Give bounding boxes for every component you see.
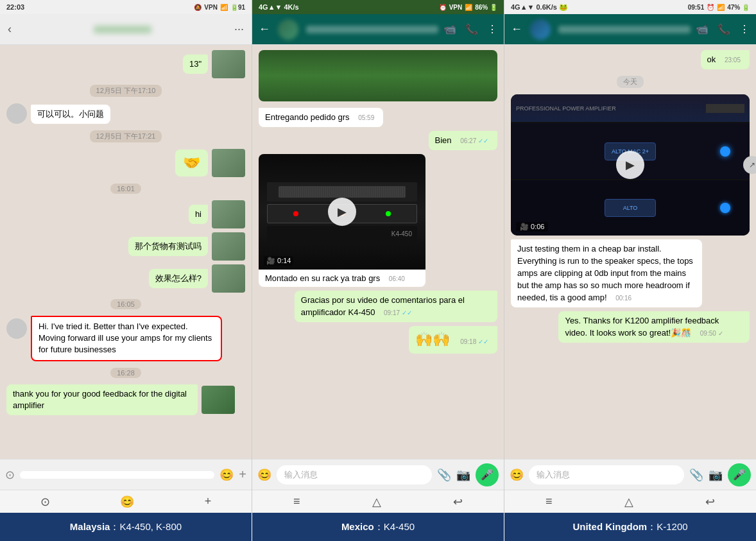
video-call-icon[interactable]: 📹 — [443, 23, 456, 35]
attach-icon-mexico[interactable]: 📎 — [437, 468, 451, 482]
play-btn-uk[interactable]: ▶ — [616, 151, 644, 179]
msg-row-handshake: 🤝 — [6, 149, 245, 177]
msg-row-received-1: 可以可以。小问题 — [6, 103, 245, 124]
eq-pattern — [279, 186, 406, 198]
signal-uk: 4G▲▼ 0.6K/s 🐸 — [511, 3, 568, 12]
input-bar-uk: 😊 输入消息 📎 📷 🎤 — [504, 459, 756, 490]
msg-bubble-thanks-uk: Yes. Thanks for K1200 amplifier feedback… — [558, 311, 750, 342]
amp-label-1: PROFESSIONAL POWER AMPLIFIER — [516, 105, 616, 112]
nav-back-icon[interactable]: ↩ — [453, 495, 463, 509]
battery-uk: 47% 🔋 — [727, 4, 750, 11]
header-icons-uk: 📹 📞 ⋮ — [696, 23, 750, 35]
msg-bubble-entregando: Entregando pedido grs 05:59 — [259, 108, 383, 127]
panels-container: 22:03 🔕 VPN 📶 🔋91 ‹ ··· 13" — [0, 0, 756, 513]
back-icon-uk[interactable]: ← — [511, 22, 522, 36]
amp-label: K4-450 — [267, 226, 417, 242]
cam-icon-uk[interactable]: 📷 — [709, 468, 723, 482]
contact-name-blurred — [94, 26, 151, 33]
nav-bar-malaysia: ⊙ 😊 + — [0, 490, 252, 513]
forward-icon-uk[interactable]: ↗ — [743, 156, 756, 174]
nav-menu-icon[interactable]: ≡ — [293, 495, 300, 508]
country-mexico: Mexico — [341, 521, 374, 532]
nav-home-icon-uk[interactable]: △ — [624, 495, 633, 509]
msg-bubble-received-1: 可以可以。小问题 — [31, 105, 110, 124]
panel-mexico: 4G▲▼ 4K/s ⏰ VPN 📶 86% 🔋 ← 📹 📞 ⋮ — [252, 0, 504, 513]
vent-1 — [706, 104, 744, 113]
media-thumb-thankyou — [202, 386, 235, 414]
call-icon[interactable]: 📞 — [465, 23, 478, 35]
battery-mexico: 86% 🔋 — [475, 4, 497, 11]
mic-btn-uk[interactable]: 🎤 — [728, 463, 751, 486]
time-video-mexico: 06:40 — [386, 275, 408, 282]
nav-add-icon[interactable]: + — [205, 495, 212, 508]
msg-row-entregando: Entregando pedido grs 05:59 — [259, 108, 497, 127]
msg-bubble-testing: Just testing them in a cheap bar install… — [511, 239, 702, 307]
msg-row-thankyou: thank you for your good feedback for the… — [6, 384, 245, 415]
msg-content-1: 13" — [183, 50, 245, 78]
msg-row-gracias: Gracias por su video de comentarios para… — [259, 291, 497, 322]
chat-body-mexico[interactable]: Entregando pedido grs 05:59 Bien 06:27 ✓… — [252, 45, 504, 459]
msg-with-avatar-feedback: Hi. I've tried it. Better than I've expe… — [6, 316, 245, 361]
country-uk: United Kingdom — [572, 521, 647, 532]
input-field-uk[interactable]: 输入消息 — [529, 465, 684, 485]
add-icon-malaysia[interactable]: + — [239, 467, 246, 482]
back-icon-mexico[interactable]: ← — [259, 22, 270, 36]
whatsapp-header-uk: ← 📹 📞 ⋮ — [504, 14, 756, 45]
msg-row-thanks-uk: Yes. Thanks for K1200 amplifier feedback… — [511, 311, 750, 342]
blue-power-led-2 — [720, 203, 730, 213]
attach-icon-uk[interactable]: 📎 — [689, 468, 703, 482]
time-uk: 09:51 — [688, 4, 705, 11]
vpn-icon: 🔕 — [194, 4, 202, 11]
time-bien: 06:27 ✓✓ — [458, 137, 491, 144]
input-field-malaysia[interactable] — [20, 471, 214, 479]
nav-emoji-icon[interactable]: 😊 — [120, 495, 134, 509]
msg-row-feedback: Hi. I've tried it. Better than I've expe… — [6, 316, 245, 361]
nav-bar-uk: ≡ △ ↩ — [504, 490, 756, 513]
chat-body-uk[interactable]: ok 23:05 今天 PROFESSIONAL POWER AMPLIFIER — [504, 45, 756, 459]
msg-bubble-bien: Bien 06:27 ✓✓ — [429, 131, 497, 150]
chat-body-malaysia[interactable]: 13" 12月5日 下午17:10 可以可以。小问题 12月5日 下午17:21… — [0, 45, 252, 459]
more-icon-uk[interactable]: ⋮ — [739, 23, 750, 35]
signal-icon: 📶 — [220, 4, 228, 11]
mic-btn-mexico[interactable]: 🎤 — [476, 463, 499, 486]
msg-row-clap: 🙌🙌 09:18 ✓✓ — [259, 326, 497, 354]
amp-row-1: PROFESSIONAL POWER AMPLIFIER — [511, 94, 750, 122]
panel-uk: 4G▲▼ 0.6K/s 🐸 09:51 ⏰ 📶 47% 🔋 ← 📹 📞 ⋮ — [504, 0, 756, 513]
more-icon-mexico[interactable]: ⋮ — [487, 23, 497, 35]
msg-bubble-effect: 效果怎么样? — [149, 269, 208, 288]
today-divider-uk: 今天 — [617, 76, 644, 88]
alarm-icon-mexico: ⏰ — [439, 4, 447, 11]
emoji-icon-mexico[interactable]: 😊 — [257, 468, 271, 482]
wifi-icon-mexico: 📶 — [465, 4, 472, 11]
more-icon[interactable]: ··· — [234, 22, 244, 36]
avatar-uk — [530, 19, 551, 40]
cam-icon-mexico[interactable]: 📷 — [456, 468, 470, 482]
video-duration-uk: 🎥 0:06 — [516, 222, 548, 232]
msg-row-testing: Just testing them in a cheap bar install… — [511, 239, 750, 307]
emoji-icon-malaysia[interactable]: ⊙ — [5, 468, 15, 482]
msg-bubble-ok: ok 23:05 — [701, 50, 750, 69]
msg-row-video-mexico: K4-450 ▶ 🎥 0:14 Montado en su rack ya tr… — [259, 154, 497, 287]
products-uk: K-1200 — [657, 521, 687, 532]
msg-row-video-uk: PROFESSIONAL POWER AMPLIFIER ALTO MAC 2+… — [511, 94, 750, 236]
nav-home-icon[interactable]: ⊙ — [40, 495, 50, 509]
emoji-icon-uk[interactable]: 😊 — [510, 468, 524, 482]
input-field-mexico[interactable]: 输入消息 — [277, 465, 432, 485]
battery-icon: 🔋91 — [230, 4, 245, 11]
video-thumb-mexico[interactable]: K4-450 ▶ 🎥 0:14 — [259, 154, 425, 270]
alarm-icon-uk: ⏰ — [707, 4, 714, 11]
media-thumb-handshake — [212, 149, 245, 177]
label-uk: United Kingdom：K-1200 — [504, 513, 756, 541]
nav-menu-icon-uk[interactable]: ≡ — [546, 495, 553, 508]
panel-malaysia: 22:03 🔕 VPN 📶 🔋91 ‹ ··· 13" — [0, 0, 252, 513]
video-duration-mexico: 🎥 0:14 — [264, 256, 293, 266]
nav-home-icon-mexico[interactable]: △ — [372, 495, 381, 509]
emoji-icon2-malaysia[interactable]: 😊 — [219, 468, 234, 482]
call-icon-uk[interactable]: 📞 — [717, 23, 730, 35]
msg-bubble-hi: hi — [189, 205, 208, 224]
msg-row-test: 那个货物有测试吗 — [6, 232, 245, 261]
play-overlay-uk[interactable]: ▶ — [616, 151, 644, 179]
nav-back-icon-uk[interactable]: ↩ — [705, 495, 715, 509]
video-call-icon-uk[interactable]: 📹 — [696, 23, 709, 35]
avatar-1 — [6, 103, 27, 124]
